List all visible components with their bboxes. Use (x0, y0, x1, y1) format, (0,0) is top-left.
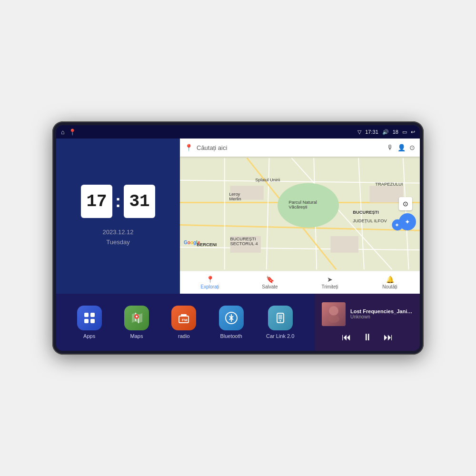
news-icon: 🔔 (386, 276, 394, 283)
apps-icon (77, 306, 102, 330)
google-logo: Google (184, 240, 200, 245)
next-button[interactable]: ⏭ (384, 332, 393, 343)
map-area[interactable]: Parcul Natural Văcărești BUCUREȘTI JUDEȚ… (180, 157, 420, 271)
svg-point-38 (136, 316, 138, 317)
location-icon: ▽ (357, 129, 361, 135)
svg-point-45 (279, 320, 281, 322)
map-search-input[interactable]: Căutați aici (197, 144, 383, 151)
radio-icon: FM (171, 306, 196, 330)
map-navigate-btn[interactable]: ✦ (399, 213, 416, 230)
status-right-info: ▽ 17:31 🔊 18 ▭ ↩ (357, 129, 415, 135)
svg-rect-30 (84, 313, 89, 317)
app-icon-maps[interactable]: Maps (124, 306, 149, 339)
home-icon[interactable]: ⌂ (61, 129, 65, 136)
layers-icon[interactable]: ⊙ (409, 144, 415, 151)
svg-rect-31 (90, 313, 95, 317)
svg-text:FM: FM (182, 318, 188, 322)
svg-text:BUCUREȘTI: BUCUREȘTI (353, 210, 379, 215)
album-art (322, 302, 346, 326)
app-icon-radio[interactable]: FM radio (171, 306, 196, 339)
carlink-icon (268, 306, 293, 330)
share-label: Trimiteți (321, 284, 338, 289)
clock-colon: : (115, 191, 121, 211)
clock-date: 2023.12.12 Tuesday (102, 228, 133, 248)
back-icon[interactable]: ↩ (411, 129, 415, 135)
svg-rect-16 (370, 186, 403, 202)
music-text: Lost Frequencies_Janieck Devy-... Unknow… (350, 308, 413, 319)
svg-text:Parcul Natural: Parcul Natural (289, 200, 317, 205)
app-icons-area: Apps Maps (56, 294, 315, 351)
svg-rect-41 (181, 314, 187, 316)
status-time: 17:31 (365, 129, 378, 135)
play-pause-button[interactable]: ⏸ (363, 332, 372, 343)
album-art-image (322, 302, 346, 326)
news-label: Noutăți (382, 284, 397, 289)
bluetooth-icon (219, 306, 244, 330)
explore-label: Explorați (201, 284, 219, 289)
music-title: Lost Frequencies_Janieck Devy-... (350, 308, 413, 314)
main-content: 17 : 31 2023.12.12 Tuesday 📍 Căutați aic… (56, 139, 420, 351)
bluetooth-label: Bluetooth (220, 333, 242, 339)
saved-icon: 🔖 (266, 276, 274, 283)
svg-text:Splaiul Unirii: Splaiul Unirii (255, 178, 280, 182)
svg-text:JUDEȚUL ILFOV: JUDEȚUL ILFOV (353, 218, 387, 223)
maps-status-icon[interactable]: 📍 (69, 129, 76, 136)
saved-label: Salvate (262, 284, 278, 289)
clock-hour: 17 (81, 185, 112, 218)
svg-rect-33 (90, 319, 95, 323)
music-artist: Unknown (350, 314, 413, 319)
screen: ⌂ 📍 ▽ 17:31 🔊 18 ▭ ↩ 17 : (56, 125, 420, 351)
svg-rect-44 (278, 315, 282, 319)
app-icon-carlink[interactable]: Car Link 2.0 (266, 306, 294, 339)
svg-point-48 (328, 315, 339, 323)
map-tab-news[interactable]: 🔔 Noutăți (360, 276, 420, 289)
svg-point-47 (329, 306, 338, 316)
device-frame: ⌂ 📍 ▽ 17:31 🔊 18 ▭ ↩ 17 : (52, 121, 424, 355)
top-row: 17 : 31 2023.12.12 Tuesday 📍 Căutați aic… (56, 139, 420, 294)
map-bottom-bar: 📍 Explorați 🔖 Salvate ➤ Trimiteți 🔔 (180, 271, 420, 294)
app-icon-bluetooth[interactable]: Bluetooth (219, 306, 244, 339)
svg-text:Văcărești: Văcărești (289, 205, 307, 209)
bottom-row: Apps Maps (56, 294, 420, 351)
svg-point-12 (278, 183, 339, 228)
map-panel: 📍 Căutați aici 🎙 👤 ⊙ (180, 139, 420, 294)
status-left-icons: ⌂ 📍 (61, 129, 76, 136)
app-icon-apps[interactable]: Apps (77, 306, 102, 339)
explore-icon: 📍 (206, 276, 214, 283)
radio-label: radio (178, 333, 189, 339)
maps-icon-img (124, 306, 149, 330)
map-tab-share[interactable]: ➤ Trimiteți (300, 276, 360, 289)
apps-label: Apps (83, 333, 95, 339)
carlink-label: Car Link 2.0 (266, 333, 294, 339)
battery-icon: ▭ (402, 129, 407, 135)
account-icon[interactable]: 👤 (397, 144, 406, 151)
svg-text:Merlin: Merlin (229, 197, 241, 201)
status-bar: ⌂ 📍 ▽ 17:31 🔊 18 ▭ ↩ (56, 125, 420, 139)
svg-text:TRAPEZULUI: TRAPEZULUI (375, 182, 403, 187)
map-tab-saved[interactable]: 🔖 Salvate (240, 276, 300, 289)
maps-label: Maps (130, 333, 143, 339)
volume-icon: 🔊 (382, 129, 389, 135)
google-maps-icon: 📍 (185, 144, 193, 151)
music-info: Lost Frequencies_Janieck Devy-... Unknow… (322, 302, 413, 326)
svg-rect-32 (84, 319, 89, 323)
voice-search-icon[interactable]: 🎙 (387, 144, 394, 151)
map-locate-btn[interactable]: ⊙ (399, 197, 412, 210)
prev-button[interactable]: ⏮ (342, 332, 351, 343)
map-search-actions: 🎙 👤 ⊙ (387, 144, 415, 151)
clock-minute: 31 (124, 185, 155, 218)
map-controls: ⊙ ✦ (399, 197, 416, 230)
clock-panel: 17 : 31 2023.12.12 Tuesday (56, 139, 180, 294)
share-icon: ➤ (327, 276, 333, 283)
svg-text:SECTORUL 4: SECTORUL 4 (230, 241, 258, 246)
clock-display: 17 : 31 (81, 185, 155, 218)
music-controls: ⏮ ⏸ ⏭ (322, 332, 413, 343)
map-tab-explore[interactable]: 📍 Explorați (180, 276, 240, 289)
battery-level: 18 (393, 129, 398, 135)
map-search-bar: 📍 Căutați aici 🎙 👤 ⊙ (180, 139, 420, 157)
svg-rect-15 (330, 236, 358, 253)
music-panel: Lost Frequencies_Janieck Devy-... Unknow… (315, 294, 420, 351)
